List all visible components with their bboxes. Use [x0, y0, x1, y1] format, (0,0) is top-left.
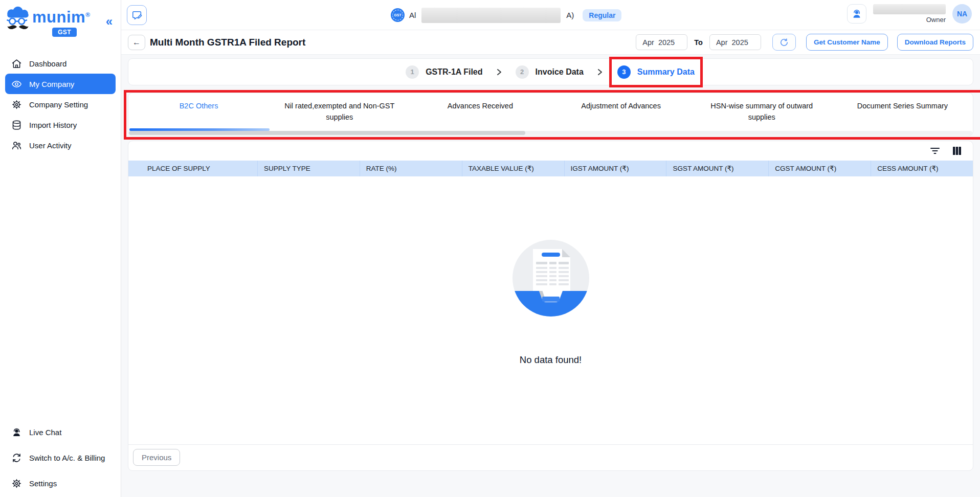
step-label: Invoice Data: [536, 67, 584, 77]
tab-document-series-summary[interactable]: Document Series Summary: [832, 99, 973, 117]
registered-mark: ®: [85, 11, 90, 18]
users-icon: [11, 140, 22, 151]
sidebar-item-live-chat[interactable]: Live Chat: [5, 419, 116, 445]
home-icon: [11, 58, 22, 69]
to-label: To: [694, 38, 703, 47]
column-header: SUPPLY TYPE: [257, 161, 360, 176]
download-reports-button[interactable]: Download Reports: [897, 34, 973, 51]
topbar-user-area: Owner NA: [847, 4, 972, 24]
chevron-right-icon: [597, 69, 603, 76]
empty-state-message: No data found!: [520, 354, 582, 366]
step-number: 3: [617, 65, 631, 79]
date-from-input[interactable]: [636, 34, 687, 50]
sidebar-nav: Dashboard My Company Company Setting Imp…: [0, 53, 121, 155]
summary-tabs: B2C Others Nil rated,exempted and Non-GS…: [128, 93, 973, 136]
sidebar-collapse-icon[interactable]: «: [106, 14, 113, 29]
back-arrow-icon: ←: [132, 38, 141, 47]
gear-icon: [11, 478, 22, 489]
column-header: RATE (%): [360, 161, 462, 176]
stepper: 1 GSTR-1A Filed 2 Invoice Data 3 Summary…: [128, 58, 973, 85]
company-identity: GST Al A) Regular: [391, 0, 621, 30]
tab-hsn-wise-summary[interactable]: HSN-wise summary of outward supplies: [692, 99, 832, 128]
filter-icon[interactable]: [930, 146, 940, 155]
company-name-start: Al: [409, 11, 416, 19]
tab-adjustment-of-advances[interactable]: Adjustment of Advances: [551, 99, 692, 117]
user-name-redacted: [873, 4, 946, 14]
page-title: Multi Month GSTR1A Filed Report: [150, 37, 305, 48]
step-gstr1a-filed[interactable]: 1 GSTR-1A Filed: [406, 65, 482, 79]
sidebar-item-label: Settings: [29, 479, 57, 488]
eye-icon: [11, 79, 22, 89]
logo-wordmark: munim®: [32, 8, 90, 27]
company-name-redacted: [421, 8, 561, 23]
gst-seal-icon: GST: [391, 8, 405, 22]
message-edit-icon: [131, 10, 143, 21]
column-header: CGST AMOUNT (₹): [768, 161, 871, 176]
sidebar-item-dashboard[interactable]: Dashboard: [5, 53, 116, 74]
sidebar-item-my-company[interactable]: My Company: [5, 74, 116, 94]
no-data-document-icon: [513, 240, 589, 317]
column-header: SGST AMOUNT (₹): [666, 161, 768, 176]
feedback-message-button[interactable]: [127, 5, 147, 25]
previous-button[interactable]: Previous: [133, 449, 180, 466]
step-label: GSTR-1A Filed: [426, 67, 482, 77]
date-to-input[interactable]: [709, 34, 761, 50]
company-name-end: A): [566, 11, 574, 19]
logo: munim® GST «: [0, 0, 121, 44]
avatar[interactable]: NA: [952, 4, 972, 24]
gear-icon: [11, 99, 22, 110]
sidebar-item-label: Switch to A/c. & Billing: [29, 454, 105, 462]
database-icon: [11, 120, 22, 130]
step-summary-data[interactable]: 3 Summary Data: [617, 65, 695, 79]
sidebar-item-label: My Company: [29, 80, 74, 88]
table-toolbar: [128, 141, 973, 161]
tabs-scrollbar-track: [129, 131, 972, 135]
sidebar-item-label: Company Setting: [29, 100, 88, 109]
topbar: GST Al A) Regular Owner NA: [121, 0, 980, 30]
user-name-block: Owner: [873, 4, 946, 24]
summary-table-card: PLACE OF SUPPLY SUPPLY TYPE RATE (%) TAX…: [128, 141, 973, 471]
refresh-icon: [779, 37, 789, 48]
sidebar: munim® GST « Dashboard My Company Compan…: [0, 0, 121, 497]
report-header: ← Multi Month GSTR1A Filed Report To Get…: [121, 30, 980, 55]
column-header: TAXABLE VALUE (₹): [462, 161, 564, 176]
step-number: 2: [516, 65, 529, 79]
step-invoice-data[interactable]: 2 Invoice Data: [516, 65, 584, 79]
sidebar-item-label: Live Chat: [29, 428, 61, 437]
logo-gst-badge: GST: [51, 27, 78, 38]
get-customer-name-button[interactable]: Get Customer Name: [806, 34, 888, 51]
content: 1 GSTR-1A Filed 2 Invoice Data 3 Summary…: [121, 55, 980, 471]
tab-advances-received[interactable]: Advances Received: [410, 99, 550, 117]
sidebar-item-label: Dashboard: [29, 59, 66, 68]
headset-person-icon: [851, 8, 862, 19]
sidebar-item-company-setting[interactable]: Company Setting: [5, 94, 116, 115]
sidebar-item-user-activity[interactable]: User Activity: [5, 135, 116, 155]
registration-type-badge: Regular: [583, 9, 621, 21]
tabs-row: B2C Others Nil rated,exempted and Non-GS…: [128, 99, 973, 128]
columns-icon[interactable]: [952, 146, 962, 155]
sidebar-footer: Live Chat Switch to A/c. & Billing Setti…: [0, 419, 121, 496]
column-header: CESS AMOUNT (₹): [871, 161, 973, 176]
user-role-label: Owner: [926, 16, 946, 24]
support-person-icon: [11, 427, 22, 438]
chevron-right-icon: [497, 69, 502, 76]
table-footer: Previous: [128, 444, 973, 470]
step-label: Summary Data: [637, 67, 695, 77]
step-number: 1: [406, 65, 419, 79]
sidebar-item-import-history[interactable]: Import History: [5, 115, 116, 135]
swap-arrows-icon: [11, 453, 22, 463]
sidebar-item-label: User Activity: [29, 141, 72, 150]
column-header: PLACE OF SUPPLY: [128, 161, 257, 176]
tab-nil-rated[interactable]: Nil rated,exempted and Non-GST supplies: [269, 99, 410, 128]
tabs-scrollbar-thumb[interactable]: [129, 131, 525, 135]
empty-state: No data found!: [128, 240, 973, 366]
column-header: IGST AMOUNT (₹): [564, 161, 666, 176]
tab-b2c-others[interactable]: B2C Others: [128, 99, 269, 117]
sidebar-item-label: Import History: [29, 121, 77, 129]
support-button[interactable]: [847, 4, 866, 24]
back-button[interactable]: ←: [128, 35, 145, 50]
refresh-button[interactable]: [772, 34, 796, 51]
table-header-row: PLACE OF SUPPLY SUPPLY TYPE RATE (%) TAX…: [128, 161, 973, 176]
sidebar-item-settings[interactable]: Settings: [5, 470, 116, 496]
sidebar-item-switch-billing[interactable]: Switch to A/c. & Billing: [5, 445, 116, 470]
